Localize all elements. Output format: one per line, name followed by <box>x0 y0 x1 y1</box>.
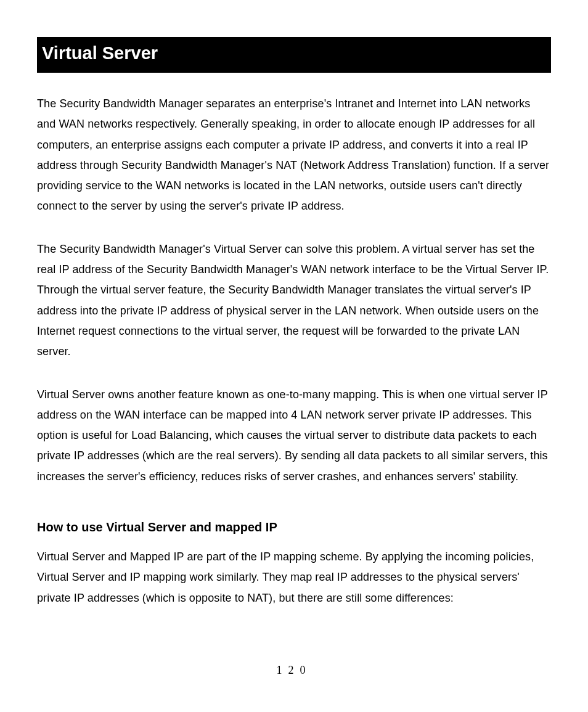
paragraph-2: The Security Bandwidth Manager's Virtual… <box>37 239 551 362</box>
paragraph-3: Virtual Server owns another feature know… <box>37 385 551 487</box>
paragraph-4: Virtual Server and Mapped IP are part of… <box>37 547 551 608</box>
paragraph-1: The Security Bandwidth Manager separates… <box>37 94 551 217</box>
subheading: How to use Virtual Server and mapped IP <box>37 520 551 534</box>
page-title: Virtual Server <box>37 37 551 73</box>
page-number: 120 <box>37 664 551 677</box>
